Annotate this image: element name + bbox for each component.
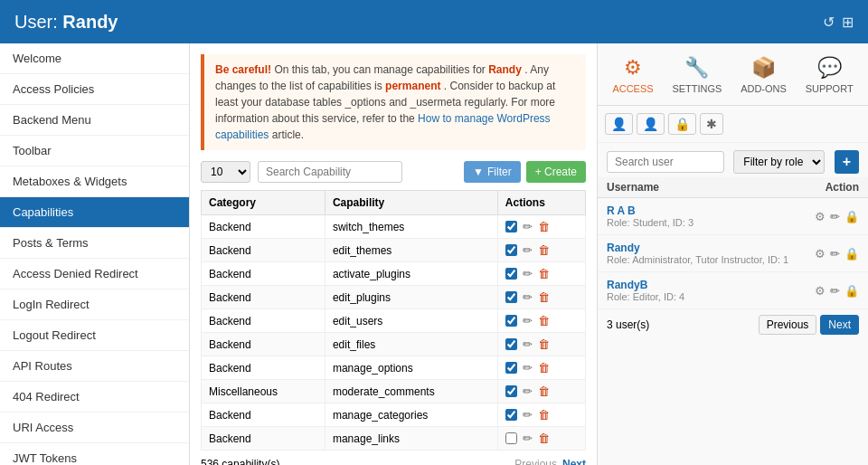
cell-capability: moderate_comments — [325, 380, 497, 403]
user-name[interactable]: Randy — [607, 242, 788, 254]
cell-capability: manage_options — [325, 356, 497, 380]
user-lock-btn[interactable]: 🔒 — [844, 210, 859, 223]
edit-capability-btn[interactable]: ✏ — [523, 408, 533, 422]
sidebar-item-access-denied[interactable]: Access Denied Redirect — [0, 259, 189, 289]
sidebar-item-api-routes[interactable]: API Routes — [0, 351, 189, 382]
cell-actions: ✏ 🗑 — [497, 333, 585, 356]
edit-capability-btn[interactable]: ✏ — [523, 267, 533, 280]
col-capability: Capability — [325, 191, 497, 215]
capability-checkbox[interactable] — [505, 268, 517, 280]
cell-capability: switch_themes — [325, 215, 497, 239]
col-actions: Actions — [497, 191, 585, 215]
filter-row: 👤 👤 🔒 ✱ — [598, 106, 868, 143]
sidebar-item-login-redirect[interactable]: LogIn Redirect — [0, 289, 189, 320]
search-capability-input[interactable] — [258, 161, 402, 183]
per-page-select[interactable]: 102550100 — [201, 161, 250, 183]
cell-category: Backend — [202, 309, 326, 333]
users-prev-btn[interactable]: Previous — [759, 315, 817, 335]
user-edit-btn[interactable]: ✏ — [830, 247, 840, 261]
cell-capability: edit_plugins — [325, 286, 497, 309]
next-page[interactable]: Next — [562, 458, 586, 465]
user-name[interactable]: RandyB — [607, 279, 684, 291]
sidebar-item-access-policies[interactable]: Access Policies — [0, 74, 189, 105]
top-nav-access[interactable]: ⚙ ACCESS — [605, 52, 660, 98]
capability-checkbox[interactable] — [505, 221, 517, 232]
delete-capability-btn[interactable]: 🗑 — [538, 267, 550, 280]
user-lock-btn[interactable]: 🔒 — [844, 247, 859, 261]
sidebar-item-jwt-tokens[interactable]: JWT Tokens — [0, 443, 189, 465]
capability-checkbox[interactable] — [505, 291, 517, 303]
capability-checkbox[interactable] — [505, 244, 517, 256]
user-name[interactable]: R A B — [607, 204, 693, 217]
users-list: R A B Role: Student, ID: 3 ⚙ ✏ 🔒 Randy R… — [598, 198, 868, 309]
user-edit-btn[interactable]: ✏ — [830, 210, 840, 223]
user-settings-btn[interactable]: ⚙ — [815, 247, 826, 261]
capability-checkbox[interactable] — [505, 385, 517, 397]
capability-checkbox[interactable] — [505, 338, 517, 350]
delete-capability-btn[interactable]: 🗑 — [538, 361, 550, 375]
create-button[interactable]: + Create — [526, 161, 586, 183]
header-username: Randy — [62, 12, 118, 32]
delete-capability-btn[interactable]: 🗑 — [538, 220, 550, 233]
add-user-button[interactable]: + — [835, 150, 859, 174]
sidebar-item-logout-redirect[interactable]: Logout Redirect — [0, 320, 189, 351]
sidebar-item-backend-menu[interactable]: Backend Menu — [0, 105, 189, 136]
top-nav-addons[interactable]: 📦 ADD-ONS — [733, 52, 794, 98]
search-user-input[interactable] — [607, 151, 724, 173]
user-settings-btn[interactable]: ⚙ — [815, 210, 826, 223]
capability-checkbox[interactable] — [505, 315, 517, 327]
table-row: Backend switch_themes ✏ 🗑 — [202, 215, 586, 239]
top-nav-support[interactable]: 💬 SUPPORT — [798, 52, 861, 98]
sidebar-item-404-redirect[interactable]: 404 Redirect — [0, 382, 189, 413]
filter-button[interactable]: ▼ Filter — [464, 161, 521, 183]
edit-capability-btn[interactable]: ✏ — [523, 243, 533, 257]
capability-checkbox[interactable] — [505, 432, 517, 444]
save-icon[interactable]: ⊞ — [842, 14, 854, 31]
sidebar-item-welcome[interactable]: Welcome — [0, 43, 189, 74]
sidebar-item-uri-access[interactable]: URI Access — [0, 413, 189, 443]
sidebar-item-metaboxes[interactable]: Metaboxes & Widgets — [0, 166, 189, 197]
user-settings-btn[interactable]: ⚙ — [815, 284, 826, 298]
cell-capability: edit_users — [325, 309, 497, 333]
filter-user-icon[interactable]: 👤 — [637, 113, 665, 135]
role-filter-select[interactable]: Filter by role — [733, 150, 825, 174]
cell-capability: activate_plugins — [325, 262, 497, 286]
reset-icon[interactable]: ↺ — [823, 14, 835, 31]
user-lock-btn[interactable]: 🔒 — [844, 284, 859, 298]
warning-bold2: permanent — [385, 80, 440, 92]
sidebar-item-posts-terms[interactable]: Posts & Terms — [0, 228, 189, 259]
edit-capability-btn[interactable]: ✏ — [523, 290, 533, 304]
table-row: Backend activate_plugins ✏ 🗑 — [202, 262, 586, 286]
capability-checkbox[interactable] — [505, 362, 517, 374]
table-row: Backend edit_files ✏ 🗑 — [202, 333, 586, 356]
filter-all-icon[interactable]: 👤 — [605, 113, 633, 135]
edit-capability-btn[interactable]: ✏ — [523, 337, 533, 351]
user-info: RandyB Role: Editor, ID: 4 — [607, 279, 684, 302]
edit-capability-btn[interactable]: ✏ — [523, 220, 533, 233]
delete-capability-btn[interactable]: 🗑 — [538, 384, 550, 398]
edit-capability-btn[interactable]: ✏ — [523, 314, 533, 327]
filter-star-icon[interactable]: ✱ — [700, 113, 723, 135]
edit-capability-btn[interactable]: ✏ — [523, 361, 533, 375]
delete-capability-btn[interactable]: 🗑 — [538, 337, 550, 351]
users-next-btn[interactable]: Next — [820, 315, 859, 335]
delete-capability-btn[interactable]: 🗑 — [538, 432, 550, 445]
sidebar-item-capabilities[interactable]: Capabilities — [0, 197, 189, 228]
top-nav-settings[interactable]: 🔧 SETTINGS — [665, 52, 729, 98]
delete-capability-btn[interactable]: 🗑 — [538, 290, 550, 304]
cell-category: Backend — [202, 215, 326, 239]
prev-page[interactable]: Previous — [514, 458, 557, 465]
user-edit-btn[interactable]: ✏ — [830, 284, 840, 298]
sidebar-item-toolbar[interactable]: Toolbar — [0, 136, 189, 166]
edit-capability-btn[interactable]: ✏ — [523, 384, 533, 398]
addons-icon: 📦 — [751, 56, 776, 80]
capability-checkbox[interactable] — [505, 409, 517, 421]
user-role: Role: Editor, ID: 4 — [607, 291, 684, 302]
delete-capability-btn[interactable]: 🗑 — [538, 408, 550, 422]
edit-capability-btn[interactable]: ✏ — [523, 432, 533, 445]
delete-capability-btn[interactable]: 🗑 — [538, 243, 550, 257]
table-row: Miscellaneous moderate_comments ✏ 🗑 — [202, 380, 586, 403]
delete-capability-btn[interactable]: 🗑 — [538, 314, 550, 327]
filter-lock-icon[interactable]: 🔒 — [668, 113, 696, 135]
table-row: Backend edit_plugins ✏ 🗑 — [202, 286, 586, 309]
